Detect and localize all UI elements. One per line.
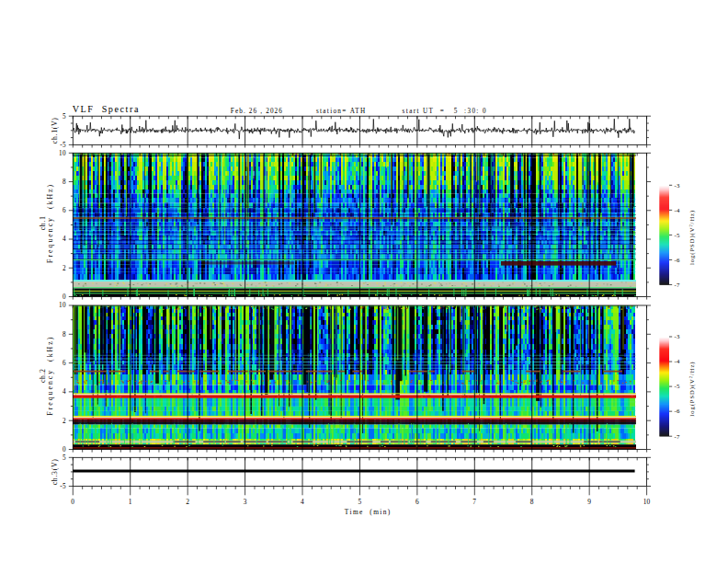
svg-text:Frequency (kHz): Frequency (kHz)	[46, 336, 54, 416]
svg-text:0: 0	[63, 446, 66, 454]
svg-text:2: 2	[63, 418, 66, 425]
svg-text:-7: -7	[675, 433, 681, 440]
svg-text:-3: -3	[675, 182, 681, 189]
svg-text:-7: -7	[675, 282, 681, 288]
svg-text:-5: -5	[675, 383, 681, 389]
svg-text:6: 6	[63, 207, 66, 214]
svg-text:10: 10	[59, 150, 66, 157]
svg-text:-4: -4	[675, 358, 681, 364]
svg-text:-6: -6	[675, 408, 681, 414]
svg-text:-3: -3	[675, 333, 681, 339]
svg-text:Time (min): Time (min)	[345, 508, 392, 516]
svg-text:ch.1(V): ch.1(V)	[51, 117, 59, 144]
svg-text:2: 2	[186, 498, 189, 506]
svg-text:VLF Spectra: VLF Spectra	[73, 104, 140, 114]
svg-text:6: 6	[415, 498, 419, 506]
svg-text:9: 9	[587, 498, 591, 506]
svg-text:1: 1	[129, 498, 132, 506]
svg-text:4: 4	[301, 498, 304, 506]
svg-text:8: 8	[63, 178, 66, 186]
svg-text:ch.3(V): ch.3(V)	[51, 458, 59, 485]
svg-text:log(PSD)(V2/Hz): log(PSD)(V2/Hz)	[688, 210, 696, 265]
svg-text:8: 8	[63, 331, 66, 339]
svg-text:-5: -5	[60, 142, 66, 149]
svg-text:5: 5	[358, 498, 362, 506]
svg-text:5: 5	[63, 454, 66, 462]
svg-text:log(PSD)(V2/Hz): log(PSD)(V2/Hz)	[688, 362, 696, 417]
svg-text:Feb. 26 , 2026: Feb. 26 , 2026	[231, 108, 283, 115]
svg-text:7: 7	[472, 498, 476, 506]
svg-text:-5: -5	[60, 483, 66, 490]
svg-text:station= ATH: station= ATH	[316, 108, 366, 115]
svg-text:3: 3	[244, 498, 247, 506]
svg-text:-5: -5	[675, 232, 681, 238]
svg-text:4: 4	[63, 388, 66, 396]
svg-text:4: 4	[63, 236, 66, 243]
svg-text:5: 5	[63, 113, 66, 121]
svg-text:10: 10	[643, 498, 651, 506]
svg-text:0: 0	[71, 498, 74, 506]
svg-text:10: 10	[59, 302, 66, 309]
svg-text:start UT = 5 :30: 0: start UT = 5 :30: 0	[403, 108, 487, 115]
svg-text:2: 2	[63, 265, 66, 272]
svg-text:-4: -4	[675, 207, 681, 213]
svg-text:Frequency (kHz): Frequency (kHz)	[46, 183, 54, 263]
svg-text:6: 6	[63, 360, 66, 367]
svg-text:0: 0	[63, 293, 66, 301]
svg-text:8: 8	[530, 498, 534, 506]
svg-text:-6: -6	[675, 257, 681, 263]
